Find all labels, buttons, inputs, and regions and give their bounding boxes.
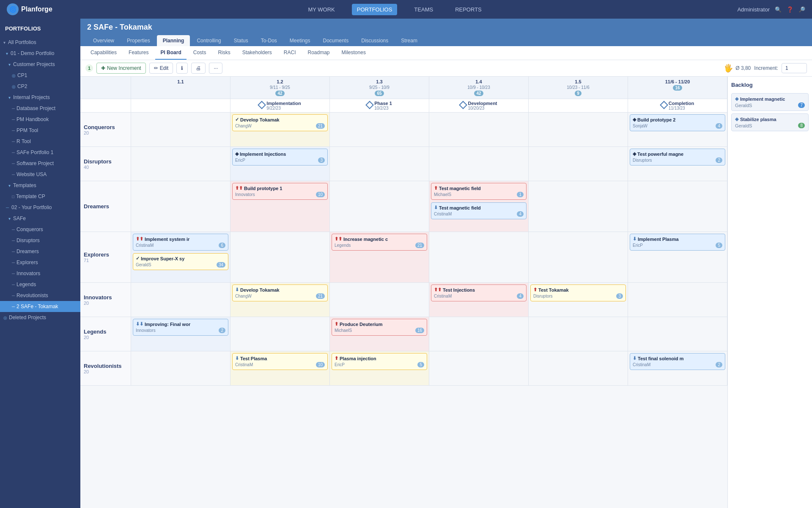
info-icon: ℹ	[181, 65, 183, 71]
sidebar-item-2-safe-tokamak[interactable]: ─ 2 SAFe - Tokamak	[0, 301, 80, 312]
tab-documents[interactable]: Documents	[317, 35, 355, 46]
subtab-stakeholders[interactable]: Stakeholders	[237, 46, 277, 60]
sidebar-item-pm-handbook[interactable]: ─ PM Handbook	[0, 114, 80, 125]
help-icon[interactable]: ❓	[787, 6, 793, 13]
sidebar-item-software-project[interactable]: ─ Software Project	[0, 158, 80, 169]
card-test-injections[interactable]: ⬆⬆ Test Injections CristinaM 4	[431, 284, 527, 301]
sidebar-item-conquerors[interactable]: ─ Conquerors	[0, 224, 80, 235]
tab-planning[interactable]: Planning	[157, 35, 190, 46]
card-test-magnetic-field-1[interactable]: ⬆ Test magnetic field MichaelS 1	[431, 183, 527, 200]
sidebar-item-disruptors[interactable]: ─ Disruptors	[0, 235, 80, 246]
subtab-pi-board[interactable]: PI Board	[155, 46, 186, 60]
innovators-sprint-2: ⬇ Develop Tokamak ChangW 21	[230, 283, 330, 317]
sidebar-item-templates[interactable]: ▾ Templates	[0, 180, 80, 191]
card-test-final-solenoid[interactable]: ⬇ Test final solenoid m CristinaM 2	[630, 353, 725, 370]
info-button[interactable]: ℹ	[176, 63, 188, 74]
sidebar-item-safe-portfolio1[interactable]: ─ SAFe Portfolio 1	[0, 147, 80, 158]
folder-icon: ─	[6, 204, 9, 211]
conquerors-sprint-2: ✓ Develop Tokamak ChangW 21	[230, 113, 330, 146]
nav-mywork[interactable]: MY WORK	[303, 4, 340, 15]
card-implement-plasma[interactable]: ⬇ Implement Plasma EricP 5	[630, 234, 725, 251]
sidebar-item-cp1[interactable]: ◎ CP1	[0, 70, 80, 81]
folder-icon: ▾	[8, 94, 11, 101]
innovators-sprint-4: ⬆⬆ Test Injections CristinaM 4	[429, 283, 529, 317]
nav-reports[interactable]: REPORTS	[450, 4, 487, 15]
legends-sprint-2	[230, 317, 330, 351]
legends-sprint-4	[429, 317, 529, 351]
backlog-item-icon: ◈	[735, 96, 738, 102]
card-develop-tokamak-conquerors[interactable]: ✓ Develop Tokamak ChangW 21	[232, 114, 328, 131]
dreamers-sprint-1	[131, 181, 230, 232]
card-implement-injections[interactable]: ◈ Implement Injections EricP 3	[232, 149, 328, 166]
subtab-raci[interactable]: RACI	[279, 46, 301, 60]
tab-properties[interactable]: Properties	[121, 35, 156, 46]
subtab-risks[interactable]: Risks	[213, 46, 235, 60]
user-menu[interactable]: Administrator	[737, 6, 770, 13]
app-logo[interactable]: 🌀 Planforge	[7, 3, 52, 15]
subtab-milestones[interactable]: Milestones	[337, 46, 371, 60]
search-icon[interactable]: 🔍	[775, 6, 782, 13]
tab-meetings[interactable]: Meetings	[284, 35, 316, 46]
logo-icon: 🌀	[7, 3, 19, 15]
card-build-prototype1[interactable]: ⬆⬆ Build prototype 1 Innovators 10	[232, 183, 328, 200]
subtab-features[interactable]: Features	[123, 46, 154, 60]
sidebar-item-customer-projects[interactable]: ▾ Customer Projects	[0, 59, 80, 70]
tab-overview[interactable]: Overview	[87, 35, 120, 46]
sidebar-item-internal-projects[interactable]: ▾ Internal Projects	[0, 92, 80, 103]
print-button[interactable]: 🖨	[191, 63, 206, 74]
sidebar-item-ppm-tool[interactable]: ─ PPM Tool	[0, 125, 80, 136]
subtab-roadmap[interactable]: Roadmap	[303, 46, 335, 60]
card-test-magnetic-field-2[interactable]: ⬇ Test magnetic field CristinaM 4	[431, 202, 527, 219]
sidebar-item-database-project[interactable]: ─ Database Project	[0, 103, 80, 114]
backlog-panel: Backlog ◈ Implement magnetic GeraldS 7 ◈…	[727, 77, 812, 508]
sidebar-item-your-portfolio[interactable]: ─ 02 - Your Portfolio	[0, 202, 80, 213]
sidebar-item-innovators[interactable]: ─ Innovators	[0, 268, 80, 279]
sidebar-item-deleted-projects[interactable]: ◎ Deleted Projects	[0, 312, 80, 323]
sidebar-item-all-portfolios[interactable]: ▾ All Portfolios	[0, 37, 80, 48]
conquerors-sprint-1	[131, 113, 230, 146]
tab-todos[interactable]: To-Dos	[255, 35, 283, 46]
tab-discussions[interactable]: Discussions	[355, 35, 394, 46]
nav-teams[interactable]: TEAMS	[409, 4, 438, 15]
backlog-item-stabilize-plasma[interactable]: ◈ Stabilize plasma GeraldS 8	[731, 113, 809, 131]
card-develop-tokamak-innovators[interactable]: ⬇ Develop Tokamak ChangW 21	[232, 284, 328, 301]
sprint-header-1-4: 1.4 10/9 - 10/23 42	[429, 77, 529, 99]
sidebar-item-explorers[interactable]: ─ Explorers	[0, 257, 80, 268]
sidebar-item-demo-portfolio[interactable]: ▾ 01 - Demo Portfolio	[0, 48, 80, 59]
sidebar-item-safe[interactable]: ▾ SAFe	[0, 213, 80, 224]
card-test-plasma[interactable]: ⬇ Test Plasma CristinaM 10	[232, 353, 328, 370]
card-improving-final[interactable]: ⬇⬇ Improving: Final wor Innovators 2	[133, 319, 228, 336]
card-implement-system[interactable]: ⬆⬆ Implement system ir CristinaM 6	[133, 234, 228, 251]
new-increment-button[interactable]: ✚ New Increment	[96, 63, 146, 74]
card-increase-magnetic[interactable]: ⬆⬆ Increase magnetic c Legends 21	[332, 234, 427, 251]
increment-select[interactable]: 1 2 3	[782, 63, 807, 73]
card-produce-deuterium[interactable]: ⬆ Produce Deuterium MichaelS 16	[332, 319, 427, 336]
card-improve-superx[interactable]: ✓ Improve Super-X sy GeraldS 34	[133, 253, 228, 270]
card-build-prototype2[interactable]: ◈ Build prototype 2 SonjaW 4	[630, 114, 725, 131]
tab-controlling[interactable]: Controlling	[191, 35, 227, 46]
nav-portfolios[interactable]: PORTFOLIOS	[352, 4, 398, 15]
card-plasma-injection[interactable]: ⬆ Plasma injection EricP 5	[332, 353, 427, 370]
sprint-header-1-1: 1.1	[131, 77, 230, 99]
milestone-cell-1-6: Completion 11/13/23	[628, 99, 727, 112]
sidebar-item-dreamers[interactable]: ─ Dreamers	[0, 246, 80, 257]
subtab-capabilities[interactable]: Capabilities	[85, 46, 122, 60]
legends-cells: ⬇⬇ Improving: Final wor Innovators 2	[131, 317, 727, 351]
sidebar-item-revolutionists[interactable]: ─ Revolutionists	[0, 290, 80, 301]
settings-icon[interactable]: 🔎	[798, 6, 805, 13]
milestone-implementation: Implementation 9/22/23	[259, 101, 301, 110]
sidebar-item-legends[interactable]: ─ Legends	[0, 279, 80, 290]
sidebar-item-r-tool[interactable]: ─ R Tool	[0, 136, 80, 147]
milestone-cell-1-1	[131, 99, 230, 112]
more-button[interactable]: ···	[209, 63, 222, 74]
card-test-tokamak[interactable]: ⬆ Test Tokamak Disruptors 3	[530, 284, 626, 301]
subtab-costs[interactable]: Costs	[188, 46, 211, 60]
sidebar-item-template-cp[interactable]: □ Template CP	[0, 191, 80, 202]
card-test-powerful-magne[interactable]: ◈ Test powerful magne Disruptors 2	[630, 149, 725, 166]
backlog-item-implement-magnetic[interactable]: ◈ Implement magnetic GeraldS 7	[731, 93, 809, 111]
sidebar-item-cp2[interactable]: ◎ CP2	[0, 81, 80, 92]
edit-button[interactable]: ✏ Edit	[149, 63, 173, 74]
tab-stream[interactable]: Stream	[395, 35, 423, 46]
sidebar-item-website-usa[interactable]: ─ Website USA	[0, 169, 80, 180]
tab-status[interactable]: Status	[228, 35, 254, 46]
